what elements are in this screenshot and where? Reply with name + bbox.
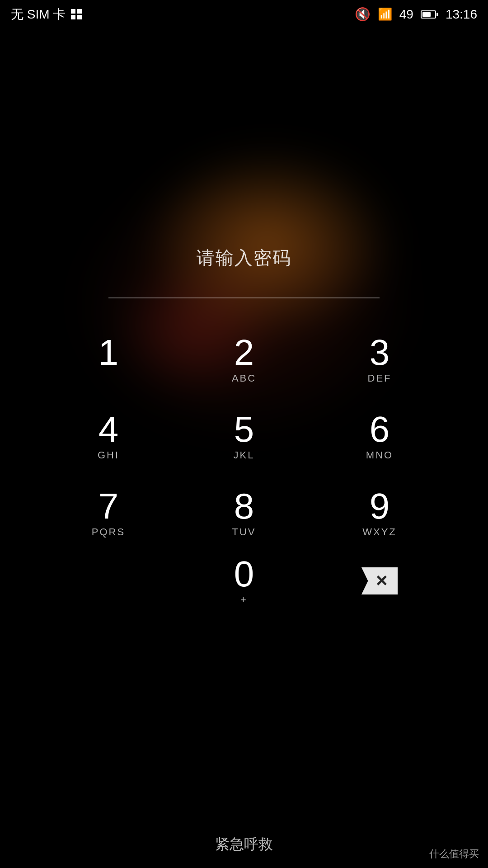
key-0[interactable]: 0 + bbox=[176, 547, 312, 615]
no-sim-label: 无 SIM 卡 bbox=[11, 6, 66, 23]
password-prompt-area: 请输入密码 bbox=[197, 245, 291, 270]
grid-icon bbox=[71, 9, 82, 20]
key-8[interactable]: 8 TUV bbox=[176, 479, 312, 547]
battery-percentage: 49 bbox=[399, 7, 413, 22]
wifi-icon: 📶 bbox=[378, 7, 392, 21]
key-7[interactable]: 7 PQRS bbox=[41, 479, 176, 547]
password-input-line[interactable] bbox=[108, 297, 380, 298]
status-bar: 无 SIM 卡 🔇 📶 49 13:16 bbox=[0, 0, 488, 28]
numpad-last-row: 0 + ✕ bbox=[41, 547, 447, 615]
lock-screen-main: 请输入密码 1 2 ABC 3 DEF 4 GHI 5 JKL 6 MNO bbox=[0, 28, 488, 868]
watermark: 什么值得买 bbox=[429, 847, 479, 861]
key-4[interactable]: 4 GHI bbox=[41, 402, 176, 470]
key-3[interactable]: 3 DEF bbox=[312, 326, 447, 393]
numpad: 1 2 ABC 3 DEF 4 GHI 5 JKL 6 MNO 7 PQRS 8 bbox=[41, 326, 447, 547]
password-label: 请输入密码 bbox=[197, 245, 291, 270]
key-2[interactable]: 2 ABC bbox=[176, 326, 312, 393]
key-5[interactable]: 5 JKL bbox=[176, 402, 312, 470]
clock: 13:16 bbox=[446, 7, 477, 22]
emergency-call-button[interactable]: 紧急呼救 bbox=[215, 835, 273, 854]
key-9[interactable]: 9 WXYZ bbox=[312, 479, 447, 547]
status-right: 🔇 📶 49 13:16 bbox=[355, 7, 477, 22]
status-left: 无 SIM 卡 bbox=[11, 6, 82, 23]
key-1[interactable]: 1 bbox=[41, 326, 176, 393]
backspace-icon: ✕ bbox=[375, 572, 388, 590]
key-6[interactable]: 6 MNO bbox=[312, 402, 447, 470]
mute-icon: 🔇 bbox=[355, 7, 371, 22]
key-empty bbox=[41, 547, 176, 615]
battery-icon bbox=[421, 10, 438, 19]
backspace-key[interactable]: ✕ bbox=[312, 547, 447, 615]
backspace-shape: ✕ bbox=[361, 567, 398, 594]
